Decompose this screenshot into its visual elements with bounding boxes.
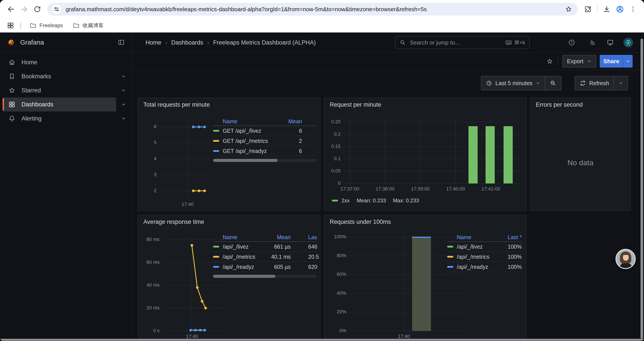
extensions-icon[interactable] [581, 3, 594, 16]
column-header[interactable]: Las [308, 234, 320, 240]
series-value: 620 [308, 264, 320, 270]
column-header[interactable]: Name [223, 118, 264, 125]
bookmark-star-icon[interactable] [564, 5, 574, 13]
y-axis-label: 0.2 [325, 131, 341, 137]
refresh-icon [580, 80, 586, 87]
page-horizontal-scrollbar[interactable] [0, 339, 644, 341]
back-icon[interactable] [4, 3, 18, 16]
help-icon[interactable]: ? [568, 39, 576, 47]
table-row[interactable]: /api/_/livez661 µs646 [213, 242, 317, 252]
favorite-star-icon[interactable] [546, 58, 553, 65]
sidebar-item-bookmarks[interactable]: Bookmarks [3, 69, 116, 83]
breadcrumb-item[interactable]: Home [146, 39, 161, 46]
series-value: 605 µs [264, 264, 291, 270]
share-button[interactable]: Share [600, 55, 623, 68]
browser-menu-icon[interactable] [626, 3, 640, 16]
sidebar-item-label: Starred [22, 87, 41, 94]
keyboard-icon [505, 39, 512, 46]
table-row[interactable]: GET /api/_/livez6 [213, 126, 317, 136]
grafana-top-bar: Home›Dashboards›Freeleaps Metrics Dashbo… [132, 33, 644, 53]
y-axis-label: 0.1 [325, 156, 341, 162]
table-row[interactable]: /api/_/metrics40.1 ms20.5 r [213, 252, 317, 262]
breadcrumb: Home›Dashboards›Freeleaps Metrics Dashbo… [146, 33, 316, 53]
search-box[interactable]: ⌘+k [395, 36, 530, 49]
refresh-interval-dropdown[interactable] [614, 76, 628, 90]
grid-icon [8, 101, 16, 108]
chevron-down-icon[interactable] [121, 102, 126, 107]
bookmark-folder[interactable]: 收藏博客 [68, 21, 108, 30]
toolbar-divider [597, 5, 598, 13]
download-icon[interactable] [600, 3, 613, 16]
column-header[interactable]: Mean [264, 234, 291, 240]
no-data-message: No data [530, 158, 630, 167]
panel-legend-table: NameMeanLas/api/_/livez661 µs646/api/_/m… [213, 233, 317, 272]
panel-average-response-time: Average response time NameMeanLas/api/_/… [138, 215, 320, 341]
forward-icon[interactable] [18, 3, 31, 16]
table-scrollbar[interactable] [213, 275, 317, 278]
series-value: 100% [496, 244, 522, 250]
profile-icon[interactable] [613, 3, 626, 16]
panel-request-per-minute: Request per minute 2xx Mean: 0.233 Max: … [324, 97, 526, 211]
column-header[interactable]: Last * [496, 234, 522, 240]
series-color-dash [213, 130, 219, 132]
sidebar-item-starred[interactable]: Starred [3, 83, 116, 97]
sidebar-header: Grafana [0, 33, 131, 53]
assistant-avatar-widget[interactable] [616, 249, 636, 269]
legend-series-dash [332, 200, 338, 201]
reload-icon[interactable] [31, 3, 44, 16]
apps-grid-icon[interactable] [5, 20, 16, 31]
grafana-logo-icon[interactable] [6, 38, 16, 47]
series-color-dash [213, 140, 219, 142]
zoom-out-button[interactable] [545, 76, 561, 90]
bookmark-icon [8, 72, 16, 80]
export-button[interactable]: Export [562, 55, 596, 68]
folder-icon [29, 22, 36, 29]
tune-icon[interactable] [52, 5, 62, 14]
kiosk-monitor-icon[interactable] [606, 39, 614, 47]
page-vertical-scrollbar[interactable] [640, 39, 643, 339]
clock-icon [486, 80, 492, 87]
x-axis-label: 17:40 [384, 333, 424, 339]
table-scrollbar-thumb[interactable] [213, 159, 278, 162]
rss-icon[interactable] [589, 39, 597, 47]
panel-title[interactable]: Total requests per minute [143, 101, 210, 108]
panel-title[interactable]: Requests under 100ms [330, 219, 391, 225]
panel-title[interactable]: Errors per second [536, 101, 583, 108]
table-row[interactable]: GET /api/_/readyz6 [213, 146, 317, 156]
chevron-down-icon[interactable] [121, 74, 126, 79]
panel-title[interactable]: Request per minute [330, 101, 382, 108]
folder-icon [72, 22, 80, 29]
breadcrumb-item[interactable]: Dashboards [171, 39, 203, 46]
share-menu-chevron-icon[interactable] [623, 55, 632, 68]
y-axis-label: 2 [145, 188, 156, 194]
y-axis-label: 60 ms [138, 259, 160, 265]
user-avatar[interactable] [624, 38, 633, 47]
time-range-picker[interactable]: Last 5 minutes [481, 76, 545, 90]
dock-sidebar-icon[interactable] [118, 39, 125, 46]
y-axis-label: 100% [332, 234, 346, 240]
refresh-button[interactable]: Refresh [575, 76, 614, 90]
series-value: 6 [264, 148, 302, 154]
table-row[interactable]: /api/_/readyz605 µs620 [213, 262, 317, 272]
series-value: 100% [496, 254, 522, 260]
sidebar-item-home[interactable]: Home [3, 55, 116, 69]
table-header-row: NameMean [213, 117, 317, 126]
chart-svg [160, 119, 210, 199]
bookmark-folder[interactable]: Freeleaps [26, 21, 67, 30]
address-bar[interactable] [47, 3, 578, 16]
url-input[interactable] [65, 6, 564, 13]
legend-mean: Mean: 0.233 [357, 197, 386, 204]
column-header[interactable]: Name [223, 234, 264, 240]
panel-title[interactable]: Average response time [143, 219, 204, 225]
search-input[interactable] [409, 39, 505, 47]
sidebar-item-dashboards[interactable]: Dashboards [3, 97, 116, 112]
column-header[interactable]: Mean [264, 118, 302, 125]
y-axis-label: 60% [332, 271, 346, 277]
legend-series-label[interactable]: 2xx [342, 197, 350, 204]
table-scrollbar[interactable] [213, 159, 317, 162]
refresh-label: Refresh [589, 80, 609, 87]
chevron-down-icon[interactable] [121, 116, 126, 121]
chevron-down-icon[interactable] [121, 88, 126, 93]
table-row[interactable]: GET /api/_/metrics2 [213, 136, 317, 146]
sidebar-item-alerting[interactable]: Alerting [3, 112, 116, 126]
